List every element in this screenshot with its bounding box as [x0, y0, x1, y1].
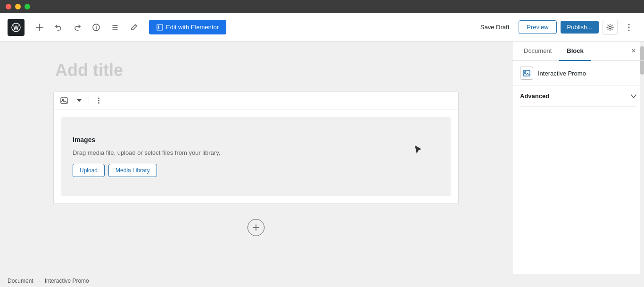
block-container: Images Drag media file, upload or select… [53, 92, 459, 204]
toolbar: W [0, 13, 644, 42]
svg-point-16 [98, 102, 99, 104]
media-library-button[interactable]: Media Library [108, 164, 157, 177]
svg-rect-19 [523, 70, 530, 76]
upload-hint: Drag media file, upload or select files … [73, 149, 439, 156]
block-type-dropdown[interactable] [73, 94, 86, 107]
sidebar-close-button[interactable]: × [627, 44, 640, 58]
app-container: W [0, 13, 644, 287]
block-info-row: Interactive Promo [512, 61, 644, 86]
svg-point-13 [62, 99, 64, 101]
svg-rect-12 [61, 98, 67, 103]
svg-point-8 [609, 26, 611, 28]
upload-buttons: Upload Media Library [73, 164, 439, 177]
preview-button[interactable]: Preview [519, 20, 556, 34]
advanced-chevron-icon [631, 94, 636, 98]
toolbar-right: Save Draft Preview Publish... [475, 20, 636, 35]
advanced-section: Advanced [512, 86, 644, 107]
info-button[interactable] [89, 20, 104, 35]
tab-block[interactable]: Block [559, 42, 591, 61]
advanced-title: Advanced [520, 93, 549, 100]
add-block-button[interactable] [248, 219, 264, 236]
block-more-button[interactable] [92, 94, 105, 107]
editor-canvas: Add title [44, 42, 468, 262]
add-block-toolbar-button[interactable] [32, 20, 47, 35]
sidebar-tabs: Document Block × [512, 42, 644, 61]
editor-area[interactable]: Add title [0, 42, 512, 274]
svg-point-20 [525, 72, 526, 73]
svg-point-10 [628, 26, 630, 28]
images-label: Images [73, 136, 439, 144]
advanced-section-header[interactable]: Advanced [520, 86, 636, 107]
toolbar-divider [89, 96, 89, 105]
minimize-traffic-light[interactable] [15, 4, 21, 9]
settings-button[interactable] [603, 20, 618, 35]
svg-point-9 [628, 24, 630, 25]
list-view-button[interactable] [107, 20, 123, 35]
close-traffic-light[interactable] [6, 4, 11, 9]
status-document[interactable]: Document [8, 278, 33, 284]
save-draft-button[interactable]: Save Draft [475, 21, 515, 34]
status-bar: Document → Interactive Promo [0, 274, 644, 287]
undo-button[interactable] [51, 20, 66, 35]
publish-button-group: Publish... [561, 21, 599, 34]
maximize-traffic-light[interactable] [25, 4, 30, 9]
edit-elementor-label: Edit with Elementor [166, 24, 219, 31]
block-toolbar [54, 92, 458, 110]
svg-point-14 [98, 98, 99, 99]
image-upload-area: Images Drag media file, upload or select… [61, 117, 451, 196]
brush-tool-button[interactable] [126, 20, 141, 35]
upload-button[interactable]: Upload [73, 164, 105, 177]
post-title-placeholder[interactable]: Add title [53, 60, 459, 80]
more-options-button[interactable] [621, 20, 636, 35]
svg-point-15 [98, 100, 99, 101]
edit-elementor-button[interactable]: Edit with Elementor [149, 20, 226, 34]
sidebar: Document Block × Interactive Promo [512, 42, 644, 274]
status-arrow: → [36, 278, 42, 284]
sidebar-scrollbar[interactable] [640, 42, 644, 274]
block-type-icon [520, 67, 533, 80]
svg-rect-6 [157, 25, 163, 30]
svg-text:W: W [13, 25, 19, 31]
tab-document[interactable]: Document [516, 42, 559, 61]
status-block-name[interactable]: Interactive Promo [45, 278, 89, 284]
wp-logo[interactable]: W [8, 19, 25, 36]
svg-point-11 [628, 29, 630, 31]
title-bar [0, 0, 644, 13]
block-type-name: Interactive Promo [538, 70, 586, 77]
redo-button[interactable] [70, 20, 85, 35]
block-image-type-button[interactable] [58, 94, 71, 107]
content-area: Add title [0, 42, 644, 274]
svg-rect-7 [158, 25, 159, 29]
publish-button[interactable]: Publish... [561, 21, 599, 34]
